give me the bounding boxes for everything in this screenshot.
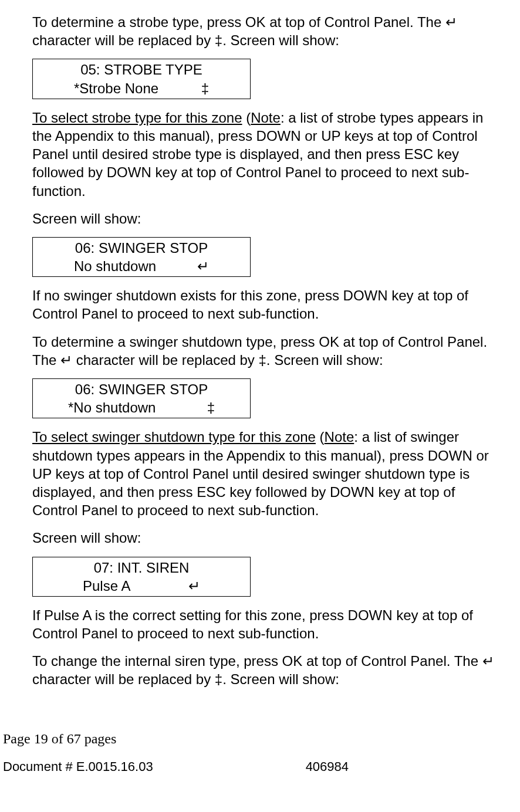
text: (	[242, 110, 251, 126]
page-number: Page 19 of 67 pages	[3, 730, 502, 748]
document-number: Document # E.0015.16.03	[3, 759, 153, 776]
paragraph: To determine a swinger shutdown type, pr…	[32, 333, 502, 369]
paragraph: Screen will show:	[32, 529, 502, 547]
underlined-text: Note	[325, 429, 354, 445]
lcd-line-1: 05: STROBE TYPE	[33, 60, 250, 79]
lcd-line-2: No shutdown ↵	[33, 257, 250, 275]
lcd-screen-box: 07: INT. SIREN Pulse A ↵	[32, 557, 251, 597]
document-info: Document # E.0015.16.03 406984	[3, 759, 502, 776]
revision-number: 406984	[306, 759, 349, 776]
lcd-line-2: Pulse A ↵	[33, 577, 250, 595]
paragraph: To determine a strobe type, press OK at …	[32, 13, 502, 49]
lcd-line-2: *No shutdown ‡	[33, 398, 250, 417]
lcd-line-1: 06: SWINGER STOP	[33, 239, 250, 257]
paragraph: To change the internal siren type, press…	[32, 652, 502, 688]
lcd-screen-box: 05: STROBE TYPE *Strobe None ‡	[32, 59, 251, 99]
paragraph: If Pulse A is the correct setting for th…	[32, 606, 502, 642]
paragraph: If no swinger shutdown exists for this z…	[32, 286, 502, 323]
lcd-indicator: ‡	[207, 398, 215, 417]
underlined-text: To select swinger shutdown type for this…	[32, 429, 316, 445]
underlined-text: Note	[251, 110, 281, 126]
lcd-line-1: 07: INT. SIREN	[33, 559, 250, 577]
paragraph: To select swinger shutdown type for this…	[32, 428, 502, 519]
lcd-value: *No shutdown	[68, 398, 156, 417]
underlined-text: To select strobe type for this zone	[32, 110, 242, 126]
lcd-screen-box: 06: SWINGER STOP *No shutdown ‡	[32, 378, 251, 418]
text: (	[316, 429, 325, 445]
lcd-value: No shutdown	[74, 257, 156, 275]
paragraph: Screen will show:	[32, 209, 502, 228]
lcd-indicator: ‡	[201, 79, 209, 97]
lcd-value: *Strobe None	[74, 79, 158, 97]
lcd-screen-box: 06: SWINGER STOP No shutdown ↵	[32, 237, 251, 277]
lcd-value: Pulse A	[83, 577, 130, 595]
lcd-indicator: ↵	[197, 257, 209, 275]
lcd-indicator: ↵	[188, 577, 200, 595]
paragraph: To select strobe type for this zone (Not…	[32, 109, 502, 200]
page-footer: Page 19 of 67 pages Document # E.0015.16…	[3, 730, 502, 776]
lcd-line-1: 06: SWINGER STOP	[33, 380, 250, 398]
lcd-line-2: *Strobe None ‡	[33, 79, 250, 97]
